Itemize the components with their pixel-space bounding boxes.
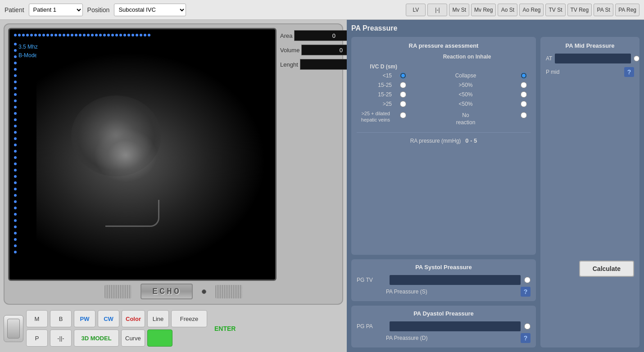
ra-section-title: RA pressure assessment xyxy=(357,42,531,49)
ivc-val-5: >25 + dilated hepatic veins xyxy=(360,110,392,123)
3d-model-button[interactable]: 3D MODEL xyxy=(74,329,119,347)
reaction-radio-cell-5 xyxy=(517,110,531,118)
echo-brand: ECHO xyxy=(141,284,193,299)
dot xyxy=(14,112,17,115)
top-bar: Patient Patient 1 Patient 2 Position Sub… xyxy=(0,0,644,20)
freeze-button[interactable]: Freeze xyxy=(171,310,207,327)
area-row: Area xyxy=(280,30,339,41)
dot xyxy=(136,34,138,36)
pa-systol-radio[interactable] xyxy=(524,277,531,283)
measurements-panel: Area Volume Lenght xyxy=(280,28,339,281)
dot xyxy=(14,213,17,216)
enter-button[interactable]: ENTER xyxy=(210,320,240,337)
dot xyxy=(14,49,17,52)
b-button[interactable]: B xyxy=(50,310,72,327)
right-panel: PA Preassure RA pressure assessment Reac… xyxy=(347,20,644,352)
at-radio[interactable] xyxy=(634,55,639,62)
dot xyxy=(79,34,82,36)
reaction-val-1: Collapse xyxy=(414,72,517,79)
dot xyxy=(14,200,17,203)
dot xyxy=(14,43,17,45)
reaction-radio-4[interactable] xyxy=(521,101,527,107)
dot xyxy=(14,181,17,184)
calculate-button[interactable]: Calculate xyxy=(579,261,634,277)
reaction-radio-1[interactable] xyxy=(521,72,527,79)
nav-aoreg-button[interactable]: Ao Reg xyxy=(519,4,544,16)
line-button[interactable]: Line xyxy=(147,310,169,327)
nav-lv-button[interactable]: LV xyxy=(406,4,426,16)
dot xyxy=(132,34,134,36)
pg-tv-input[interactable] xyxy=(390,275,521,285)
ivc-val-1: <15 xyxy=(360,72,392,79)
ivc-radio-1[interactable] xyxy=(400,72,406,79)
dot xyxy=(30,34,33,36)
pa-mid-title: PA Mid Preassure xyxy=(546,42,634,49)
cw-button[interactable]: CW xyxy=(98,310,119,327)
thumb-device xyxy=(4,315,23,342)
nav-pareg-button[interactable]: PA Reg xyxy=(615,4,639,16)
ivc-header: IVC D (sm) xyxy=(360,63,401,70)
color-button[interactable]: Color xyxy=(122,310,145,327)
pg-tv-label: PG TV xyxy=(357,277,386,283)
nav-tvst-button[interactable]: TV St xyxy=(545,4,565,16)
nav-mvst-button[interactable]: Mv St xyxy=(449,4,469,16)
dash-button[interactable]: -||- xyxy=(50,329,72,347)
ivc-radio-5[interactable] xyxy=(400,112,406,118)
pa-systol-question-button[interactable]: ? xyxy=(521,287,531,297)
curve-button[interactable]: Curve xyxy=(121,329,145,347)
nav-mvreg-button[interactable]: Mv Reg xyxy=(471,4,496,16)
main-layout: 3.5 Mhz B-Mode Area xyxy=(0,20,644,352)
calculate-wrap: Calculate xyxy=(546,81,634,277)
m-button[interactable]: M xyxy=(26,310,48,327)
at-row: AT xyxy=(546,54,634,63)
dot xyxy=(14,232,17,235)
pa-dyastol-radio[interactable] xyxy=(524,323,531,329)
ivc-radio-2[interactable] xyxy=(400,82,406,88)
led-dot xyxy=(202,289,206,294)
dot xyxy=(22,34,25,36)
bottom-controls: M B PW CW Color Line Freeze P -||- 3D MO… xyxy=(4,308,343,348)
p-button[interactable]: P xyxy=(26,329,48,347)
dot xyxy=(14,175,17,178)
reaction-radio-3[interactable] xyxy=(521,91,527,98)
dot xyxy=(14,99,17,102)
pa-mid-question-button[interactable]: ? xyxy=(624,67,634,77)
dot xyxy=(91,34,94,36)
ra-pressure-value: 0 - 5 xyxy=(465,137,477,144)
nav-aost-button[interactable]: Ao St xyxy=(498,4,517,16)
nav-tvreg-button[interactable]: TV Reg xyxy=(567,4,592,16)
area-label: Area xyxy=(280,32,292,39)
dot xyxy=(18,34,21,36)
ivc-radio-cell-3 xyxy=(392,91,414,98)
nav-past-button[interactable]: PA St xyxy=(594,4,613,16)
dot-row xyxy=(14,34,271,36)
p-mid-row: P mid ? xyxy=(546,67,634,77)
ra-row-3: 15-25 <50% xyxy=(357,91,531,98)
dot xyxy=(14,207,17,209)
at-label: AT xyxy=(546,55,552,62)
dot xyxy=(111,34,114,36)
at-input[interactable] xyxy=(555,54,631,63)
reaction-radio-5[interactable] xyxy=(521,112,527,118)
dot xyxy=(115,34,118,36)
pg-pa-input[interactable] xyxy=(390,321,521,331)
dot xyxy=(34,34,37,36)
ra-pressure-label: RA pressure (mmHg) xyxy=(410,138,461,144)
screen-info: 3.5 Mhz B-Mode xyxy=(18,43,38,60)
ivc-radio-3[interactable] xyxy=(400,91,406,98)
green-button[interactable] xyxy=(147,329,172,347)
pa-dyastol-pressure-label: PA Preassure (D) xyxy=(386,335,427,341)
position-select[interactable]: Subcostal IVC Parasternal Long Apical 4C xyxy=(114,4,186,16)
mode-text: B-Mode xyxy=(18,51,38,60)
reaction-radio-cell-2 xyxy=(517,82,531,88)
patient-select[interactable]: Patient 1 Patient 2 xyxy=(29,4,83,16)
ivc-radio-4[interactable] xyxy=(400,101,406,107)
pa-systol-pressure-label: PA Preassure (S) xyxy=(386,289,427,295)
dot xyxy=(26,34,29,36)
pa-dyastol-question-button[interactable]: ? xyxy=(521,333,531,343)
pw-button[interactable]: PW xyxy=(74,310,95,327)
heart-shape2 xyxy=(94,128,157,182)
nav-mmode-button[interactable]: |-| xyxy=(427,4,447,16)
dot-col xyxy=(14,43,17,253)
reaction-radio-2[interactable] xyxy=(521,82,527,88)
